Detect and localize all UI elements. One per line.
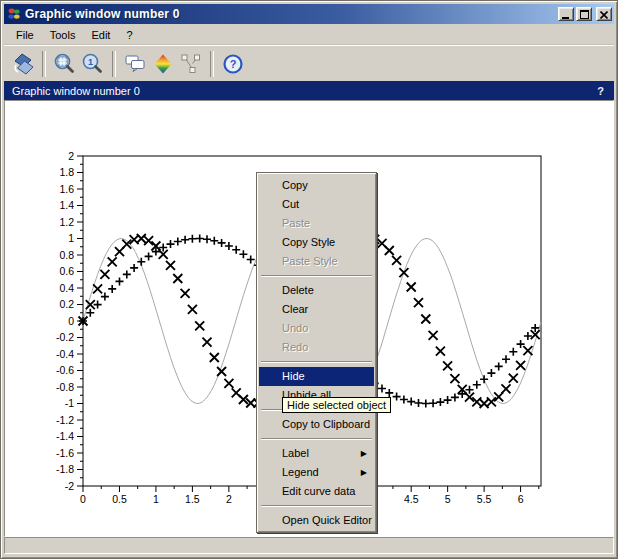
maximize-button[interactable]: [576, 7, 592, 21]
ged-diamond-icon[interactable]: [150, 51, 176, 77]
infobar-help-button[interactable]: ?: [597, 85, 604, 97]
menu-item-open-quick-editor[interactable]: Open Quick Editor: [259, 511, 374, 530]
menu-item-label: Copy: [282, 179, 308, 191]
scilab-graphic-window: Graphic window number 0 FileToolsEdit? 1…: [0, 0, 618, 559]
menu-item-redo[interactable]: Redo: [259, 338, 374, 357]
menu-item-edit-curve-data[interactable]: Edit curve data: [259, 482, 374, 501]
menu-item-copy-style[interactable]: Copy Style: [259, 233, 374, 252]
context-menu: CopyCutPasteCopy StylePaste StyleDeleteC…: [256, 172, 377, 533]
menu-separator: [261, 275, 372, 277]
menu-item-label[interactable]: Label▶: [259, 444, 374, 463]
menu-separator: [261, 505, 372, 507]
app-logo-icon: [7, 7, 21, 21]
menu-item-legend[interactable]: Legend▶: [259, 463, 374, 482]
menu-item-label: Paste Style: [282, 255, 338, 267]
submenu-arrow-icon: ▶: [361, 444, 367, 463]
infobar-title: Graphic window number 0: [12, 85, 140, 97]
titlebar: Graphic window number 0: [4, 4, 614, 24]
menu-item-label: Clear: [282, 303, 308, 315]
speech-bubbles-icon[interactable]: [122, 51, 148, 77]
menu-item-label: Delete: [282, 284, 314, 296]
menu-tools[interactable]: Tools: [42, 27, 84, 43]
tooltip: Hide selected object: [282, 397, 391, 413]
menu-item-cut[interactable]: Cut: [259, 195, 374, 214]
menu-item-copy-to-clipboard[interactable]: Copy to Clipboard: [259, 415, 374, 434]
menu-item-paste[interactable]: Paste: [259, 214, 374, 233]
menu-item-label: Copy to Clipboard: [282, 418, 370, 430]
menu-separator: [261, 361, 372, 363]
help-icon[interactable]: ?: [220, 51, 246, 77]
node-graph-icon[interactable]: [178, 51, 204, 77]
infobar: Graphic window number 0 ?: [4, 81, 614, 100]
menu-item-copy[interactable]: Copy: [259, 176, 374, 195]
toolbar-separator: [42, 51, 46, 77]
toolbar: 1?: [4, 45, 614, 82]
toolbar-separator: [112, 51, 116, 77]
svg-text:1: 1: [88, 57, 93, 67]
menu-item-label: Edit curve data: [282, 485, 355, 497]
menu-separator: [261, 438, 372, 440]
rotate-icon[interactable]: [10, 51, 36, 77]
window-title: Graphic window number 0: [25, 7, 180, 21]
menubar: FileToolsEdit?: [4, 25, 614, 45]
menu-file[interactable]: File: [8, 27, 42, 43]
close-button[interactable]: [596, 7, 612, 21]
svg-text:?: ?: [230, 58, 237, 70]
menu-item-paste-style[interactable]: Paste Style: [259, 252, 374, 271]
menu-item-undo[interactable]: Undo: [259, 319, 374, 338]
menu-item-label: Undo: [282, 322, 308, 334]
menu-item-label: Legend: [282, 466, 319, 478]
menu-item-clear[interactable]: Clear: [259, 300, 374, 319]
toolbar-separator: [210, 51, 214, 77]
menu-item-delete[interactable]: Delete: [259, 281, 374, 300]
menu-item-label: Cut: [282, 198, 299, 210]
menu-help[interactable]: ?: [118, 27, 140, 43]
window-controls: [556, 7, 612, 21]
menu-item-label: Redo: [282, 341, 308, 353]
menu-item-label: Label: [282, 447, 309, 459]
menu-item-hide[interactable]: Hide: [259, 367, 374, 386]
zoom-original-icon[interactable]: 1: [80, 51, 106, 77]
statusbar: [4, 537, 614, 554]
minimize-button[interactable]: [558, 7, 574, 21]
zoom-area-icon[interactable]: [52, 51, 78, 77]
submenu-arrow-icon: ▶: [361, 463, 367, 482]
menu-item-label: Open Quick Editor: [282, 514, 372, 526]
menu-item-label: Hide: [282, 370, 305, 382]
menu-item-label: Copy Style: [282, 236, 335, 248]
menu-item-label: Paste: [282, 217, 310, 229]
menu-edit[interactable]: Edit: [83, 27, 118, 43]
